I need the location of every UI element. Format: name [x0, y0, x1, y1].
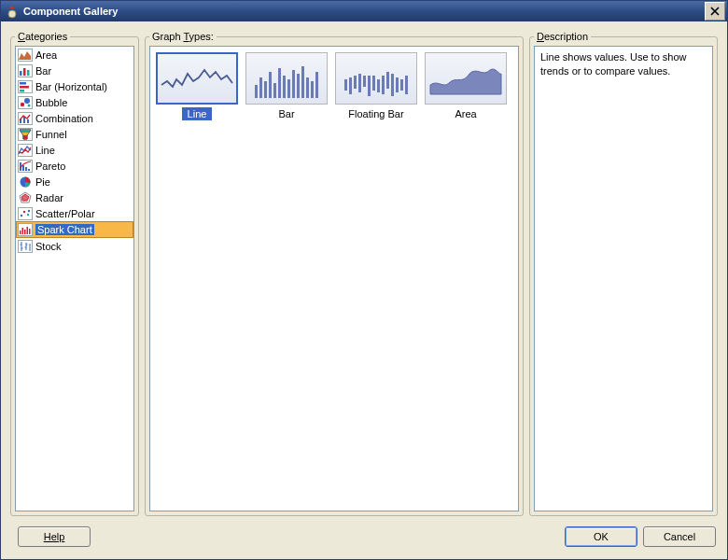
description-panel: Description Line shows values. Use to sh…: [529, 31, 718, 516]
category-item-area[interactable]: Area: [16, 47, 133, 63]
categories-panel: Categories Area Bar: [10, 31, 139, 516]
category-label: Bubble: [35, 97, 67, 108]
svg-point-31: [23, 210, 25, 212]
radar-icon: [18, 191, 33, 204]
graph-type-label: Area: [449, 107, 482, 120]
category-label: Pie: [35, 176, 50, 188]
category-item-pie[interactable]: Pie: [16, 174, 133, 189]
category-item-radar[interactable]: Radar: [16, 189, 133, 205]
graph-type-bar[interactable]: Bar: [244, 52, 329, 120]
svg-point-11: [21, 102, 24, 105]
category-label: Funnel: [35, 129, 67, 140]
svg-rect-19: [23, 135, 27, 139]
cancel-button[interactable]: Cancel: [643, 526, 716, 547]
svg-point-32: [27, 213, 29, 215]
bar-horizontal-icon: [18, 80, 33, 93]
close-button[interactable]: [705, 2, 725, 21]
graph-type-label: Bar: [273, 107, 300, 120]
svg-rect-25: [28, 169, 30, 171]
bar-thumb-icon: [245, 52, 328, 105]
categories-legend: Categories: [15, 31, 70, 42]
category-item-line[interactable]: Line: [16, 142, 133, 158]
category-item-stock[interactable]: Stock: [16, 238, 133, 254]
funnel-icon: [18, 128, 33, 141]
category-item-bubble[interactable]: Bubble: [16, 94, 133, 110]
graph-type-label: Floating Bar: [343, 107, 409, 120]
categories-list: Area Bar Bar (Horizontal): [16, 47, 133, 254]
bubble-icon: [18, 96, 33, 109]
svg-rect-7: [20, 82, 26, 85]
categories-list-container: Area Bar Bar (Horizontal): [15, 46, 134, 511]
graph-types-legend: Graph Types:: [149, 31, 217, 42]
category-label: Bar: [35, 65, 51, 77]
graph-types-list: Line Bar: [149, 46, 519, 511]
bar-icon: [18, 64, 33, 77]
category-label: Combination: [35, 113, 93, 124]
category-item-bar-horizontal[interactable]: Bar (Horizontal): [16, 78, 133, 94]
svg-marker-28: [21, 194, 29, 201]
svg-rect-3: [20, 71, 22, 76]
svg-rect-38: [27, 227, 29, 234]
area-icon: [18, 49, 33, 62]
category-label: Bar (Horizontal): [35, 81, 107, 92]
svg-rect-5: [27, 70, 30, 76]
svg-rect-4: [23, 68, 26, 76]
svg-rect-35: [20, 231, 21, 234]
window-title: Component Gallery: [23, 6, 705, 17]
category-item-bar[interactable]: Bar: [16, 63, 133, 78]
app-icon: [5, 4, 20, 19]
line-icon: [18, 144, 33, 157]
svg-rect-24: [25, 167, 27, 171]
graph-type-floating-bar[interactable]: Floating Bar: [333, 52, 419, 120]
ok-button[interactable]: OK: [565, 526, 637, 547]
description-legend: Description: [534, 31, 591, 42]
graph-type-line[interactable]: Line: [154, 52, 240, 120]
category-label: Radar: [35, 192, 63, 203]
content-area: Categories Area Bar: [1, 21, 727, 520]
svg-rect-17: [27, 119, 29, 123]
svg-rect-39: [29, 229, 31, 234]
graph-type-label: Line: [182, 107, 213, 120]
help-button[interactable]: Help: [18, 526, 91, 547]
svg-rect-23: [22, 165, 24, 171]
svg-rect-36: [22, 228, 24, 234]
title-bar: Component Gallery: [1, 1, 727, 21]
category-label: Stock: [35, 241, 62, 252]
svg-point-30: [21, 214, 22, 216]
category-item-combination[interactable]: Combination: [16, 110, 133, 126]
category-item-spark-chart[interactable]: Spark Chart: [16, 221, 133, 238]
category-label: Scatter/Polar: [35, 208, 95, 219]
svg-point-0: [8, 10, 16, 18]
floating-bar-thumb-icon: [335, 52, 417, 105]
svg-rect-8: [20, 86, 29, 89]
category-item-scatter-polar[interactable]: Scatter/Polar: [16, 205, 133, 221]
category-label: Pareto: [35, 161, 65, 172]
pie-icon: [18, 175, 33, 189]
svg-rect-37: [24, 230, 26, 234]
svg-point-12: [24, 98, 30, 104]
graph-type-area[interactable]: Area: [423, 52, 509, 120]
dialog-window: Component Gallery Categories Area: [0, 0, 728, 560]
button-row: Help OK Cancel: [1, 520, 727, 559]
svg-point-33: [28, 209, 30, 211]
stock-icon: [18, 240, 33, 253]
svg-point-13: [28, 104, 31, 106]
area-thumb-icon: [425, 52, 507, 105]
category-item-pareto[interactable]: Pareto: [16, 158, 133, 174]
description-text: Line shows values. Use to show trends or…: [534, 46, 713, 511]
pareto-icon: [18, 160, 33, 173]
graph-types-panel: Graph Types: Line: [145, 31, 524, 516]
combination-icon: [18, 112, 33, 125]
category-label: Area: [35, 49, 57, 61]
category-item-funnel[interactable]: Funnel: [16, 126, 133, 142]
spark-chart-icon: [18, 223, 33, 236]
scatter-icon: [18, 207, 33, 220]
category-label: Line: [35, 145, 55, 156]
svg-rect-9: [20, 90, 24, 92]
svg-rect-29: [19, 207, 33, 219]
line-thumb-icon: [156, 52, 238, 105]
category-label: Spark Chart: [35, 224, 94, 235]
